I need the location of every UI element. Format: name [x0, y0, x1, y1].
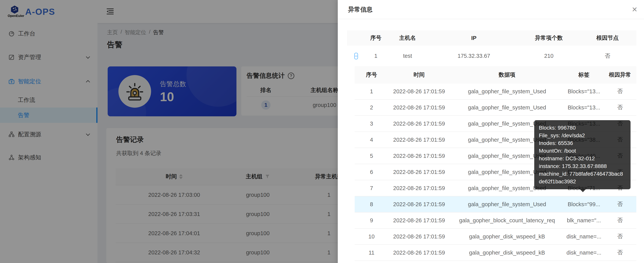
- time-cell: 2022-08-26 17:01:59: [388, 234, 450, 240]
- metric-cell: gala_gopher_block_count_latency_req: [450, 217, 564, 224]
- label-cell[interactable]: Blocks="99...: [564, 201, 604, 208]
- index-cell: 1: [355, 88, 388, 95]
- time-cell: 2022-08-26 17:01:59: [388, 250, 450, 256]
- exception-info-drawer: 异常信息 ✕ 序号 主机名 IP 异常项个数 根因节点 − 1 test 175…: [338, 0, 644, 263]
- drawer-title: 异常信息: [348, 5, 372, 14]
- index-cell: 5: [355, 153, 388, 159]
- table-row: 2 2022-08-26 17:01:59 gala_gopher_file_s…: [355, 100, 636, 116]
- metric-cell: gala_gopher_file_system_Used: [450, 88, 564, 95]
- tooltip-line: File_sys: /dev/sda2: [539, 132, 626, 139]
- column-header-ip: IP: [429, 35, 519, 41]
- hostname-cell: test: [386, 53, 429, 59]
- index-cell: 1: [365, 53, 386, 59]
- exception-count-cell: 210: [519, 53, 579, 59]
- drawer-header: 异常信息 ✕: [338, 0, 644, 19]
- host-row: − 1 test 175.32.33.67 210 否: [347, 46, 636, 66]
- root-abnormal-cell: 否: [604, 233, 636, 240]
- column-header-metric: 数据项: [450, 71, 564, 79]
- column-header-index: 序号: [355, 71, 388, 79]
- metric-cell: gala_gopher_file_system_Used: [450, 201, 564, 208]
- index-cell: 11: [355, 250, 388, 256]
- table-header-row: 序号 主机名 IP 异常项个数 根因节点: [347, 30, 636, 46]
- close-icon[interactable]: ✕: [629, 4, 640, 15]
- tooltip-arrow: [580, 189, 586, 192]
- label-cell[interactable]: Blocks="13...: [564, 88, 604, 95]
- root-node-cell: 否: [579, 52, 636, 60]
- time-cell: 2022-08-26 17:01:59: [388, 153, 450, 159]
- index-cell: 8: [355, 201, 388, 208]
- time-cell: 2022-08-26 17:01:59: [388, 121, 450, 127]
- index-cell: 9: [355, 217, 388, 224]
- index-cell: 2: [355, 104, 388, 111]
- table-row: 10 2022-08-26 17:01:59 gala_gopher_disk_…: [355, 229, 636, 245]
- column-header-label: 标签: [564, 71, 604, 79]
- root-abnormal-cell: 否: [604, 249, 636, 257]
- root-abnormal-cell: 否: [604, 104, 636, 111]
- metric-cell: gala_gopher_disk_wspeed_kB: [450, 234, 564, 240]
- collapse-row-button[interactable]: −: [354, 53, 358, 59]
- time-cell: 2022-08-26 17:01:59: [388, 185, 450, 191]
- time-cell: 2022-08-26 17:01:59: [388, 104, 450, 111]
- time-cell: 2022-08-26 17:01:59: [388, 169, 450, 175]
- index-cell: 7: [355, 185, 388, 191]
- app-root: OpenEuler A-OPS 工作台 资产管理: [0, 0, 644, 263]
- ip-cell: 175.32.33.67: [429, 53, 519, 59]
- time-cell: 2022-08-26 17:01:59: [388, 201, 450, 208]
- tooltip-line: Inodes: 65536: [539, 139, 626, 147]
- tooltip-line: Blocks: 996780: [539, 124, 626, 132]
- label-cell[interactable]: disk_name=...: [564, 250, 604, 256]
- label-cell[interactable]: disk_name=...: [564, 234, 604, 240]
- table-row: 1 2022-08-26 17:01:59 gala_gopher_file_s…: [355, 83, 636, 100]
- time-cell: 2022-08-26 17:01:59: [388, 137, 450, 143]
- table-row: 11 2022-08-26 17:01:59 gala_gopher_disk_…: [355, 245, 636, 261]
- column-header-time: 时间: [388, 71, 450, 79]
- tooltip-line: hostname: DC5-32-012: [539, 155, 626, 162]
- root-abnormal-cell: 否: [604, 217, 636, 224]
- label-cell[interactable]: Blocks="13...: [564, 104, 604, 111]
- table-header-row: 序号 时间 数据项 标签 根因异常: [355, 66, 636, 83]
- time-cell: 2022-08-26 17:01:59: [388, 217, 450, 224]
- metric-cell: gala_gopher_disk_wspeed_kB: [450, 250, 564, 256]
- table-row-hovered: 8 2022-08-26 17:01:59 gala_gopher_file_s…: [355, 196, 636, 213]
- metric-cell: gala_gopher_file_system_Used: [450, 104, 564, 111]
- modal-mask[interactable]: [0, 0, 338, 263]
- host-table: 序号 主机名 IP 异常项个数 根因节点 − 1 test 175.32.33.…: [347, 30, 636, 66]
- index-cell: 3: [355, 121, 388, 127]
- tooltip-line: MountOn: /boot: [539, 147, 626, 155]
- index-cell: 4: [355, 137, 388, 143]
- label-cell[interactable]: blk_name="...: [564, 217, 604, 224]
- index-cell: 6: [355, 169, 388, 175]
- tooltip-line: machine_id: 77b8fafe6746473bac8de62f1bac…: [539, 170, 626, 185]
- label-tooltip: Blocks: 996780 File_sys: /dev/sda2 Inode…: [534, 120, 630, 189]
- index-cell: 10: [355, 234, 388, 240]
- time-cell: 2022-08-26 17:01:59: [388, 88, 450, 95]
- table-row: 9 2022-08-26 17:01:59 gala_gopher_block_…: [355, 213, 636, 229]
- root-abnormal-cell: 否: [604, 87, 636, 95]
- tooltip-line: instance: 175.32.33.67:8888: [539, 162, 626, 170]
- column-header-exception-count: 异常项个数: [519, 34, 579, 42]
- column-header-hostname: 主机名: [386, 34, 429, 42]
- column-header-root-node: 根因节点: [579, 34, 636, 42]
- root-abnormal-cell: 否: [604, 200, 636, 208]
- column-header-index: 序号: [365, 34, 386, 42]
- column-header-root-abnormal: 根因异常: [604, 71, 636, 79]
